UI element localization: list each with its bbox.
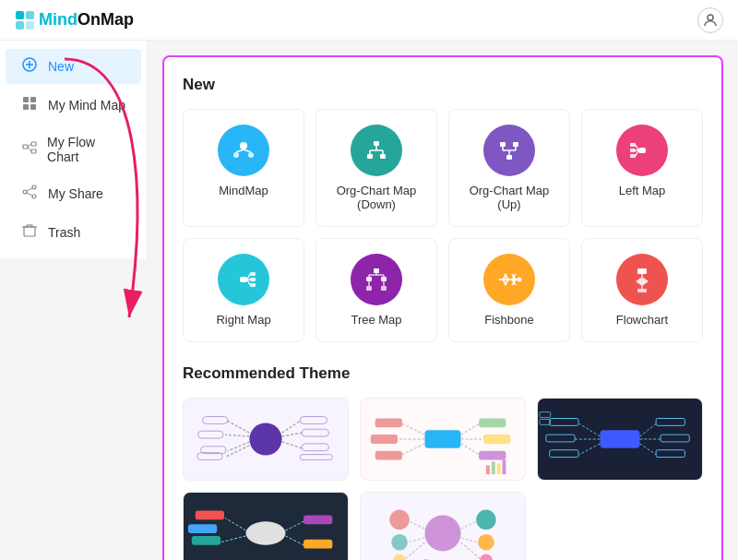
svg-rect-55 bbox=[250, 272, 256, 276]
main-layout: New My Mind Map bbox=[0, 41, 738, 560]
logo: MindOnMap bbox=[15, 10, 134, 30]
mindmap-icon-circle bbox=[218, 125, 269, 176]
svg-rect-61 bbox=[374, 268, 379, 273]
svg-rect-117 bbox=[492, 461, 495, 474]
svg-rect-54 bbox=[240, 277, 247, 282]
svg-rect-143 bbox=[304, 515, 332, 524]
svg-rect-107 bbox=[375, 419, 402, 428]
sidebar-item-trash[interactable]: Trash bbox=[6, 215, 141, 250]
svg-point-19 bbox=[32, 195, 36, 198]
svg-rect-115 bbox=[479, 451, 506, 460]
svg-rect-130 bbox=[656, 419, 684, 426]
svg-rect-35 bbox=[380, 154, 386, 159]
svg-line-89 bbox=[225, 435, 249, 436]
svg-rect-138 bbox=[196, 511, 224, 520]
map-item-org-up[interactable]: Org-Chart Map (Up) bbox=[448, 109, 570, 227]
svg-rect-131 bbox=[661, 435, 689, 442]
svg-rect-50 bbox=[630, 154, 636, 158]
svg-line-157 bbox=[408, 538, 425, 542]
svg-point-30 bbox=[248, 152, 254, 158]
map-item-flowchart[interactable]: Flowchart bbox=[581, 238, 703, 342]
svg-rect-108 bbox=[371, 435, 398, 444]
svg-rect-13 bbox=[31, 142, 36, 146]
user-avatar-button[interactable] bbox=[697, 7, 723, 33]
logo-map-text: Map bbox=[101, 10, 134, 29]
left-map-label: Left Map bbox=[619, 184, 666, 197]
svg-point-151 bbox=[391, 534, 408, 551]
mind-map-icon bbox=[20, 96, 39, 114]
svg-rect-109 bbox=[375, 451, 402, 460]
svg-rect-132 bbox=[656, 450, 684, 458]
map-item-org-down[interactable]: Org-Chart Map (Down) bbox=[315, 109, 437, 227]
svg-line-53 bbox=[636, 150, 638, 156]
map-grid: MindMap O bbox=[183, 109, 703, 342]
theme-grid bbox=[183, 398, 703, 560]
theme-item-4[interactable] bbox=[183, 492, 349, 560]
sidebar-item-mind-map-label: My Mind Map bbox=[48, 98, 125, 113]
org-down-label: Org-Chart Map (Down) bbox=[324, 184, 429, 211]
theme-item-3[interactable] bbox=[537, 398, 703, 481]
svg-line-156 bbox=[410, 521, 425, 529]
right-map-label: Right Map bbox=[216, 313, 270, 327]
content-inner: New MindMap bbox=[162, 55, 723, 560]
svg-line-161 bbox=[461, 542, 481, 559]
svg-rect-47 bbox=[638, 148, 646, 153]
svg-line-88 bbox=[228, 421, 249, 433]
svg-line-32 bbox=[244, 149, 251, 152]
theme-item-2[interactable] bbox=[360, 398, 526, 481]
svg-line-142 bbox=[286, 536, 304, 545]
svg-line-112 bbox=[461, 444, 480, 455]
sidebar-item-new-label: New bbox=[48, 59, 74, 74]
svg-rect-10 bbox=[23, 104, 29, 110]
sidebar-item-new[interactable]: New bbox=[6, 49, 141, 84]
org-up-icon-circle bbox=[483, 125, 535, 176]
svg-marker-83 bbox=[636, 277, 649, 286]
map-item-left-map[interactable]: Left Map bbox=[581, 109, 703, 227]
svg-point-150 bbox=[389, 510, 410, 530]
header: MindOnMap bbox=[0, 0, 738, 41]
svg-line-158 bbox=[406, 542, 425, 559]
map-item-right-map[interactable]: Right Map bbox=[183, 238, 304, 342]
svg-rect-134 bbox=[540, 419, 551, 424]
theme-item-5[interactable] bbox=[360, 492, 526, 560]
sidebar-item-flow-chart[interactable]: My Flow Chart bbox=[6, 126, 141, 173]
svg-line-141 bbox=[286, 521, 304, 530]
svg-rect-48 bbox=[630, 143, 636, 147]
svg-line-15 bbox=[28, 144, 31, 147]
map-item-fishbone[interactable]: Fishbone bbox=[448, 238, 570, 342]
flowchart-icon-circle bbox=[616, 254, 668, 305]
svg-line-129 bbox=[640, 444, 657, 455]
map-item-mindmap[interactable]: MindMap bbox=[183, 109, 304, 227]
svg-line-136 bbox=[225, 518, 245, 530]
sidebar-item-share[interactable]: My Share bbox=[6, 176, 141, 211]
svg-rect-40 bbox=[506, 155, 512, 160]
svg-line-91 bbox=[225, 446, 249, 458]
svg-line-121 bbox=[579, 423, 600, 436]
sidebar-item-mind-map[interactable]: My Mind Map bbox=[6, 88, 141, 123]
svg-rect-114 bbox=[483, 435, 510, 444]
svg-point-152 bbox=[393, 554, 406, 560]
svg-rect-62 bbox=[366, 277, 372, 281]
svg-rect-12 bbox=[23, 145, 28, 149]
svg-line-137 bbox=[220, 536, 245, 542]
svg-rect-42 bbox=[513, 142, 518, 147]
svg-rect-124 bbox=[550, 419, 578, 426]
svg-rect-41 bbox=[500, 142, 506, 147]
theme-item-1[interactable] bbox=[183, 398, 349, 481]
svg-point-135 bbox=[245, 521, 285, 544]
svg-point-149 bbox=[424, 515, 460, 551]
content-area: New MindMap bbox=[148, 41, 738, 560]
svg-rect-84 bbox=[637, 289, 647, 292]
map-item-tree-map[interactable]: Tree Map bbox=[315, 238, 437, 342]
svg-line-60 bbox=[247, 280, 250, 285]
svg-line-104 bbox=[402, 423, 424, 435]
svg-rect-0 bbox=[16, 11, 24, 19]
mindmap-label: MindMap bbox=[219, 184, 268, 197]
svg-rect-139 bbox=[192, 536, 220, 545]
svg-rect-101 bbox=[302, 444, 328, 451]
svg-rect-116 bbox=[486, 465, 490, 474]
tree-map-icon-circle bbox=[351, 254, 402, 305]
svg-rect-57 bbox=[250, 283, 256, 287]
svg-rect-119 bbox=[503, 459, 506, 474]
flowchart-label: Flowchart bbox=[616, 313, 668, 327]
